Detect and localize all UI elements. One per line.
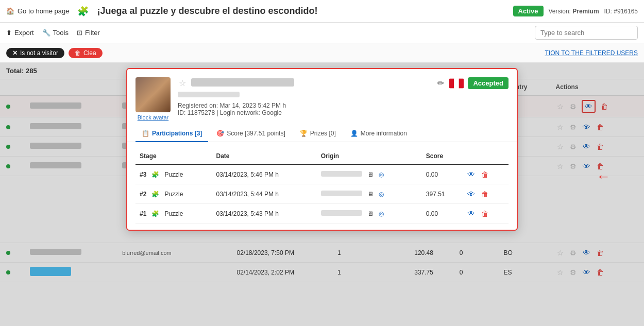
stage-type: Puzzle [164,210,183,217]
filter-chip-clear[interactable]: 🗑 Clea [69,48,103,58]
col-date: Date [212,148,317,164]
eye-icon: 👁 [467,170,475,179]
svg-rect-0 [449,78,454,88]
modal-tabs: 📋 Participations [3] 🎯 Score [397.51 poi… [127,126,517,142]
arrow-indicator: ← [596,168,611,185]
filter-bar: ✕ Is not a visitor 🗑 Clea TION TO THE FI… [0,43,644,63]
active-badge: Active [513,6,544,16]
home-link[interactable]: 🏠 Go to home page [6,7,69,15]
filter-icon: ⊡ [77,29,82,37]
accepted-badge: Accepted [468,77,509,89]
participation-date: 03/14/2023, 5:46 PM h [212,164,317,184]
participation-date: 03/14/2023, 5:43 PM h [212,204,317,224]
edit-button[interactable]: ✏ [436,77,445,89]
participation-date: 03/14/2023, 5:44 PM h [212,184,317,204]
modal-user-sub-blurred [178,92,240,97]
tab-more-info[interactable]: 👤 More information [344,126,413,142]
main-content: Total: 285 Date Participations Score Pri… [0,63,644,326]
tracking-icon: ◎ [379,191,384,198]
export-button[interactable]: ⬆ Export [6,29,34,37]
modal-header-actions: ✏ Accepted [436,77,509,89]
modal-header: Block avatar ☆ Registered on: Mar 14, 20… [127,69,517,126]
svg-rect-1 [454,78,459,88]
desktop-icon: 🖥 [367,210,374,217]
stage-type-icon: 🧩 [151,171,159,178]
modal-user-meta: Registered on: Mar 14, 2023 5:42 PM h ID… [178,102,429,116]
favorite-button[interactable]: ☆ [178,77,187,89]
ip-blurred [321,171,362,177]
tab-prizes[interactable]: 🏆 Prizes [0] [294,126,342,142]
stage-num: #3 [140,171,146,178]
modal-user-info: ☆ Registered on: Mar 14, 2023 5:42 PM h … [178,77,429,116]
top-bar: 🏠 Go to home page 🧩 ¡Juega al puzzle y d… [0,0,644,23]
view-participation-button[interactable]: 👁 [466,188,476,199]
tracking-icon: ◎ [379,171,384,178]
modal-overlay: ← Block avatar ☆ Registered [0,63,644,326]
puzzle-icon: 🧩 [77,6,89,17]
delete-participation-button[interactable]: 🗑 [480,189,489,199]
flag-peru [449,78,464,89]
col-origin: Origin [317,148,422,164]
stage-type: Puzzle [164,171,183,178]
col-stage: Stage [135,148,212,164]
filter-button[interactable]: ⊡ Filter [77,29,100,37]
user-info-icon: 👤 [350,130,358,137]
view-participation-button[interactable]: 👁 [466,208,476,219]
block-avatar-link[interactable]: Block avatar [138,114,169,121]
desktop-icon: 🖥 [367,171,374,178]
version-info: Version: Premium ID: #916165 [549,8,638,15]
filter-chip-visitor[interactable]: ✕ Is not a visitor [6,48,64,58]
participation-score: 0.00 [422,204,462,224]
tools-button[interactable]: 🔧 Tools [42,29,69,37]
puzzle-title: ¡Juega al puzzle y descubre el destino e… [97,6,317,16]
col-actions [462,148,509,164]
filter-action-link[interactable]: TION TO THE FILTERED USERS [545,49,638,57]
modal-username-blurred [191,78,294,87]
delete-icon: 🗑 [481,190,488,198]
view-participation-button[interactable]: 👁 [466,169,476,180]
participation-row: #2 🧩 Puzzle 03/14/2023, 5:44 PM h 🖥 [135,184,509,204]
toolbar: ⬆ Export 🔧 Tools ⊡ Filter [0,23,644,43]
tab-score[interactable]: 🎯 Score [397.51 points] [210,126,291,142]
delete-icon: 🗑 [481,170,488,179]
home-label: Go to home page [18,7,69,15]
ip-blurred [321,191,362,196]
desktop-icon: 🖥 [367,191,374,198]
eye-icon: 👁 [467,209,475,218]
participation-table: Stage Date Origin Score #3 🧩 [135,148,509,224]
search-input[interactable] [535,26,638,40]
participation-score: 397.51 [422,184,462,204]
trophy-icon: 🏆 [300,130,308,137]
stage-num: #2 [140,191,146,198]
ip-blurred [321,210,362,216]
col-score: Score [422,148,462,164]
home-icon: 🏠 [6,7,14,15]
tracking-icon: ◎ [379,210,384,217]
stage-type-icon: 🧩 [151,191,159,198]
delete-participation-button[interactable]: 🗑 [480,209,489,219]
user-detail-modal: Block avatar ☆ Registered on: Mar 14, 20… [126,68,518,231]
svg-rect-2 [459,78,464,88]
participation-score: 0.00 [422,164,462,184]
participation-row: #1 🧩 Puzzle 03/14/2023, 5:43 PM h 🖥 [135,204,509,224]
delete-icon: 🗑 [481,210,488,218]
stage-type: Puzzle [164,191,183,198]
top-left: 🏠 Go to home page 🧩 ¡Juega al puzzle y d… [6,6,318,17]
avatar [135,77,171,112]
edit-icon: ✏ [437,79,444,88]
top-right: Active Version: Premium ID: #916165 [513,6,638,16]
stage-num: #1 [140,210,146,217]
clipboard-icon: 📋 [142,130,149,137]
export-icon: ⬆ [6,29,12,37]
star-outline-icon: ☆ [179,79,186,88]
avatar-block: Block avatar [135,77,171,121]
target-icon: 🎯 [216,130,224,137]
close-icon[interactable]: ✕ [12,49,18,57]
delete-participation-button[interactable]: 🗑 [480,169,489,180]
delete-filter-icon: 🗑 [75,49,81,57]
stage-type-icon: 🧩 [151,210,159,217]
participation-row: #3 🧩 Puzzle 03/14/2023, 5:46 PM h 🖥 [135,164,509,184]
tab-participations[interactable]: 📋 Participations [3] [135,126,208,142]
modal-table-wrap: Stage Date Origin Score #3 🧩 [127,142,517,230]
eye-icon: 👁 [467,190,475,198]
